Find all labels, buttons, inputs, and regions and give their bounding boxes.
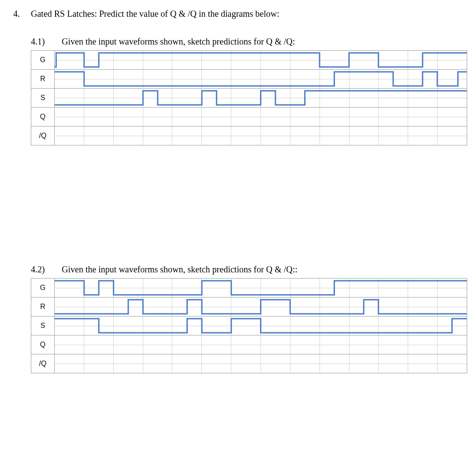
signal-track [55,279,467,298]
timing-diagram-2: GRSQ/Q [31,278,467,373]
signal-track [55,354,467,373]
signal-row-S: S [31,89,467,108]
signal-row-R: R [31,298,467,316]
signal-track [55,298,467,316]
signal-track [55,89,467,108]
signal-track [55,108,467,126]
signal-label: Q [31,108,55,126]
signal-label: R [31,70,55,89]
subsection-4-2: 4.2) Given the input waveforms shown, sk… [31,264,463,373]
signal-track [55,335,467,354]
question-text: Gated RS Latches: Predict the value of Q… [31,9,279,19]
signal-track [55,70,467,89]
signal-row-nQ: /Q [31,126,467,145]
timing-diagram-1: GRSQ/Q [31,50,467,145]
signal-row-G: G [31,279,467,298]
signal-label: S [31,89,55,108]
waveform-S [55,89,467,107]
signal-label: G [31,279,55,298]
question-number: 4. [13,9,31,19]
signal-label: S [31,316,55,335]
subsection-4-1: 4.1) Given the input waveforms shown, sk… [31,37,463,145]
waveform-S [55,316,467,335]
signal-row-Q: Q [31,108,467,126]
signal-track [55,51,467,70]
waveform-R [55,298,467,316]
waveform-R [55,70,467,88]
signal-label: G [31,51,55,70]
waveform-G [55,279,467,297]
signal-label: R [31,298,55,316]
signal-label: Q [31,335,55,354]
signal-track [55,316,467,335]
signal-label: /Q [31,126,55,145]
signal-row-S: S [31,316,467,335]
signal-row-nQ: /Q [31,354,467,373]
sub-text: Given the input waveforms shown, sketch … [62,264,298,275]
waveform-G [55,51,467,69]
sub-number: 4.1) [31,37,62,47]
sub-number: 4.2) [31,264,62,275]
signal-label: /Q [31,354,55,373]
sub-text: Given the input waveforms shown, sketch … [62,37,295,47]
signal-row-G: G [31,51,467,70]
signal-row-Q: Q [31,335,467,354]
signal-track [55,126,467,145]
signal-row-R: R [31,70,467,89]
question-header: 4. Gated RS Latches: Predict the value o… [13,9,463,19]
